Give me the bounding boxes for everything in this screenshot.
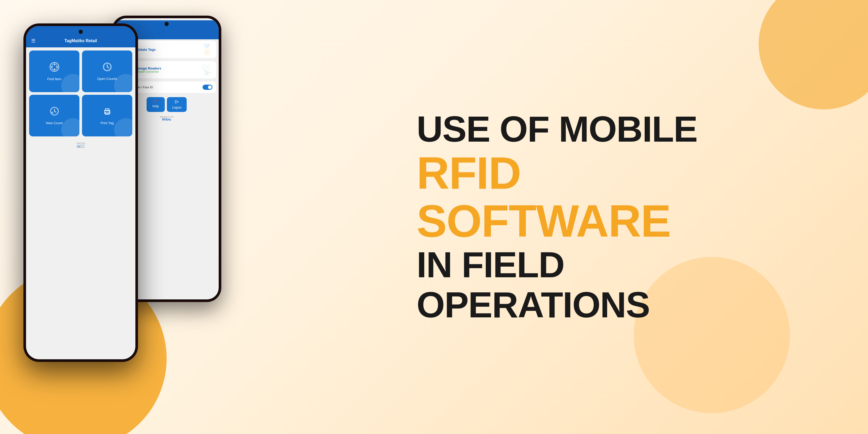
help-button[interactable]: ❓ Help xyxy=(147,97,165,112)
app-grid: Find Item Open Counts xyxy=(26,48,135,140)
open-counts-button[interactable]: Open Counts xyxy=(82,51,132,92)
new-count-button[interactable]: New Count xyxy=(29,95,80,136)
app-header: ☰ TagMatiks Retail xyxy=(26,26,135,48)
validate-bg-icon: 🏅 xyxy=(200,43,214,56)
manage-readers-title: Manage Readers xyxy=(134,66,161,70)
app-footer: V-4.0.0 RFID 4u xyxy=(26,140,135,150)
svg-line-15 xyxy=(54,111,56,112)
headline-container: USE OF MOBILE RFID SOFTWARE IN FIELD OPE… xyxy=(416,109,729,325)
phones-section: Home Validate Tags 🏅 xyxy=(0,0,365,434)
help-label: Help xyxy=(152,104,159,108)
find-item-label: Find Item xyxy=(47,77,61,81)
svg-text:RFID: RFID xyxy=(77,146,81,147)
open-counts-label: Open Counts xyxy=(97,77,117,81)
print-tag-icon xyxy=(102,106,112,118)
phone-front-screen: ☰ TagMatiks Retail xyxy=(26,26,135,359)
text-section: USE OF MOBILE RFID SOFTWARE IN FIELD OPE… xyxy=(365,0,868,434)
find-item-icon-bg xyxy=(61,74,80,92)
new-count-label: New Count xyxy=(46,121,62,125)
logout-icon xyxy=(175,100,179,105)
find-item-button[interactable]: Find Item xyxy=(29,51,80,92)
new-count-icon-bg xyxy=(61,118,80,136)
headline-line1: USE OF MOBILE xyxy=(416,109,729,149)
reader-connected-badge: ● Reader Connected xyxy=(134,70,161,73)
app-title: TagMatiks Retail xyxy=(64,38,97,43)
hamburger-menu-icon[interactable]: ☰ xyxy=(31,38,35,44)
biometric-toggle[interactable] xyxy=(203,85,212,90)
svg-point-19 xyxy=(108,111,110,112)
open-counts-icon xyxy=(102,62,112,74)
manage-readers-text: Manage Readers ● Reader Connected xyxy=(134,66,161,73)
svg-line-12 xyxy=(107,67,109,68)
front-version: V-4.0.0 xyxy=(26,142,135,145)
phone-front-camera xyxy=(79,30,83,34)
readers-bg-icon: 📡 xyxy=(200,64,214,76)
phone-back-camera xyxy=(164,22,169,26)
find-item-icon xyxy=(50,62,59,74)
print-tag-label: Print Tag xyxy=(100,121,114,125)
print-tag-button[interactable]: Print Tag xyxy=(82,95,132,136)
headline-line3: IN FIELD OPERATIONS xyxy=(416,245,729,325)
front-logo: RFID 4u xyxy=(26,145,135,148)
logout-button[interactable]: Logout xyxy=(167,97,187,112)
logout-label: Logout xyxy=(172,106,182,110)
phone-front: ☰ TagMatiks Retail xyxy=(24,24,138,362)
new-count-icon xyxy=(50,106,59,118)
help-icon: ❓ xyxy=(154,100,157,103)
headline-line2: RFID SOFTWARE xyxy=(416,149,729,245)
svg-text:4u: 4u xyxy=(81,146,83,147)
print-tag-icon-bg xyxy=(114,118,132,136)
